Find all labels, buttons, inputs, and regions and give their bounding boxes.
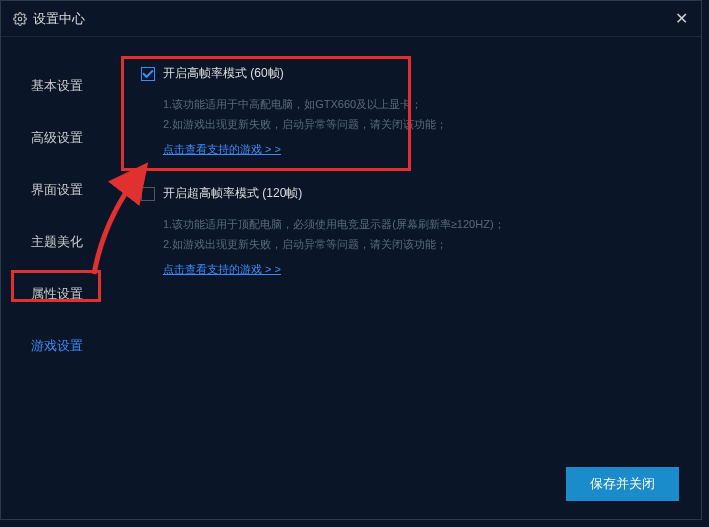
sidebar-item-theme[interactable]: 主题美化 bbox=[1, 223, 111, 261]
highfps-link[interactable]: 点击查看支持的游戏 > > bbox=[141, 142, 281, 157]
option-highfps: 开启高帧率模式 (60帧) 1.该功能适用于中高配电脑，如GTX660及以上显卡… bbox=[141, 65, 661, 157]
window-title: 设置中心 bbox=[33, 10, 85, 28]
save-close-button[interactable]: 保存并关闭 bbox=[566, 467, 679, 501]
highfps-desc2: 2.如游戏出现更新失败，启动异常等问题，请关闭该功能； bbox=[141, 114, 661, 134]
checkbox-highfps[interactable] bbox=[141, 67, 155, 81]
ultrafps-link[interactable]: 点击查看支持的游戏 > > bbox=[141, 262, 281, 277]
close-icon[interactable]: ✕ bbox=[673, 11, 689, 27]
sidebar-item-property[interactable]: 属性设置 bbox=[1, 275, 111, 313]
sidebar-item-advanced[interactable]: 高级设置 bbox=[1, 119, 111, 157]
sidebar: 基本设置 高级设置 界面设置 主题美化 属性设置 游戏设置 bbox=[1, 37, 111, 519]
content-pane: 开启高帧率模式 (60帧) 1.该功能适用于中高配电脑，如GTX660及以上显卡… bbox=[111, 37, 701, 519]
svg-point-0 bbox=[18, 17, 22, 21]
checkbox-ultrafps[interactable] bbox=[141, 187, 155, 201]
sidebar-item-basic[interactable]: 基本设置 bbox=[1, 67, 111, 105]
highfps-desc1: 1.该功能适用于中高配电脑，如GTX660及以上显卡； bbox=[141, 94, 661, 114]
sidebar-item-ui[interactable]: 界面设置 bbox=[1, 171, 111, 209]
checkbox-ultrafps-label: 开启超高帧率模式 (120帧) bbox=[163, 185, 302, 202]
checkbox-highfps-label: 开启高帧率模式 (60帧) bbox=[163, 65, 284, 82]
ultrafps-desc2: 2.如游戏出现更新失败，启动异常等问题，请关闭该功能； bbox=[141, 234, 661, 254]
option-ultrafps: 开启超高帧率模式 (120帧) 1.该功能适用于顶配电脑，必须使用电竞显示器(屏… bbox=[141, 185, 661, 277]
ultrafps-desc1: 1.该功能适用于顶配电脑，必须使用电竞显示器(屏幕刷新率≥120HZ)； bbox=[141, 214, 661, 234]
titlebar: 设置中心 ✕ bbox=[1, 1, 701, 37]
gear-icon bbox=[13, 12, 27, 26]
sidebar-item-game[interactable]: 游戏设置 bbox=[1, 327, 111, 365]
